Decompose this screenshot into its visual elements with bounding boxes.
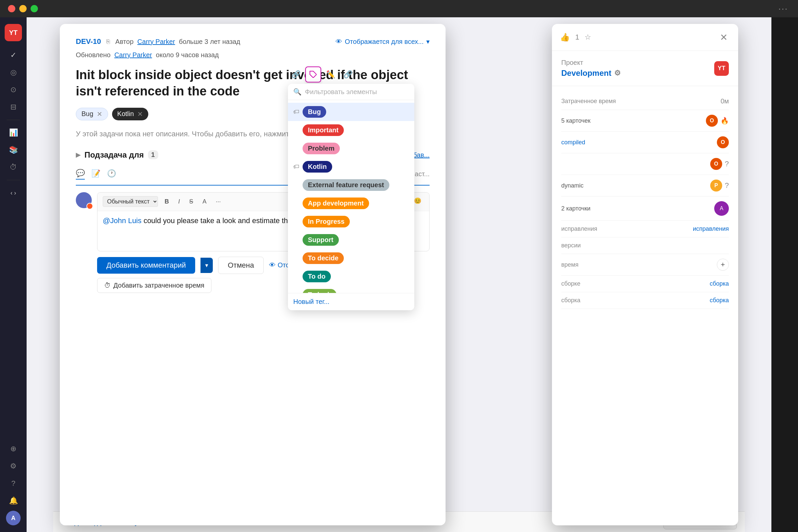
- mac-more-icon[interactable]: ···: [778, 3, 788, 14]
- tag-kotlin-label: Kotlin: [117, 110, 134, 118]
- tag-pill-support: Support: [303, 234, 339, 246]
- bold-btn[interactable]: B: [162, 197, 172, 207]
- more-toolbar-btn[interactable]: ···: [357, 70, 363, 79]
- mac-close-dot[interactable]: [8, 5, 15, 12]
- logo-initials: YT: [9, 29, 18, 37]
- tag-dropdown: 🔍 🏷 Bug 🏷 Important 🏷 Problem 🏷 Kotlin 🏷: [288, 84, 414, 310]
- build-label-2: сборка: [561, 297, 581, 304]
- mac-maximize-dot[interactable]: [31, 5, 38, 12]
- avatar-o-3: O: [710, 158, 722, 170]
- tag-item-bug[interactable]: 🏷 Bug: [288, 103, 414, 121]
- project-name[interactable]: Development ⚙: [561, 69, 621, 78]
- close-panel-btn[interactable]: ✕: [717, 31, 730, 44]
- main-area: Владелец доски: Carry Parker Новый свимл…: [26, 17, 772, 532]
- avatar-o-1: O: [706, 115, 718, 127]
- star-count[interactable]: ☆: [585, 33, 591, 41]
- board-row-value-dynamic: P ?: [710, 179, 729, 191]
- issue-author-label: Автор Carry Parker больше 3 лет назад: [115, 38, 241, 45]
- tag-pill-todecide: To decide: [303, 252, 344, 264]
- sidebar-user-avatar[interactable]: A: [6, 511, 21, 525]
- tag-item-tolook[interactable]: 🏷 To look: [288, 286, 414, 293]
- compiled-label: compiled: [561, 139, 585, 146]
- sidebar-help-icon[interactable]: ?: [6, 476, 21, 491]
- sidebar-icon-chart[interactable]: 📊: [6, 125, 21, 140]
- sidebar-icon-expand[interactable]: ‹ ›: [6, 186, 21, 200]
- sidebar-add-icon[interactable]: ⊕: [6, 441, 21, 456]
- edit-toolbar-btn[interactable]: ✏️: [323, 66, 339, 82]
- add-comment-dropdown[interactable]: ▾: [201, 258, 213, 273]
- tab-comment[interactable]: 💬: [76, 169, 85, 179]
- sidebar-divider-2: [7, 180, 20, 180]
- issue-toolbar: 🔗 ✏️ 🔗 ···: [288, 66, 363, 82]
- tag-item-kotlin[interactable]: 🏷 Kotlin: [288, 158, 414, 176]
- tag-search-input[interactable]: [305, 88, 409, 96]
- more-editor-btn[interactable]: ···: [213, 197, 224, 207]
- sidebar-bell-icon[interactable]: 🔔: [6, 493, 21, 508]
- sidebar-icon-check[interactable]: ✓: [6, 48, 21, 62]
- cancel-button[interactable]: Отмена: [218, 257, 264, 274]
- tab-history[interactable]: 🕐: [107, 169, 116, 179]
- timer-icon: ⏱: [104, 282, 111, 289]
- mac-minimize-dot[interactable]: [19, 5, 26, 12]
- issue-updated-row: Обновлено Carry Parker около 9 часов наз…: [76, 51, 430, 59]
- avatar-purple: A: [714, 201, 729, 216]
- app-logo: YT: [5, 24, 22, 41]
- sidebar-icon-circle[interactable]: ◎: [6, 65, 21, 80]
- tag-item-external[interactable]: 🏷 External feature request: [288, 176, 414, 194]
- tag-item-todecide[interactable]: 🏷 To decide: [288, 249, 414, 267]
- new-tag-link[interactable]: Новый тег...: [288, 293, 414, 310]
- tag-pill-important: Important: [303, 125, 344, 136]
- tag-item-todo[interactable]: 🏷 To do: [288, 267, 414, 286]
- add-time-circle-btn[interactable]: +: [717, 259, 729, 271]
- board-row-value-cards2: A: [714, 201, 729, 216]
- tag-item-problem[interactable]: 🏷 Problem: [288, 139, 414, 158]
- subtask-count: 1: [148, 150, 158, 159]
- attach-toolbar-btn[interactable]: 🔗: [340, 66, 356, 82]
- project-settings-icon[interactable]: ⚙: [614, 69, 621, 77]
- thumbs-up-btn[interactable]: 👍: [560, 33, 570, 42]
- issue-copy-icon[interactable]: ⎘: [107, 38, 110, 45]
- like-count: 1: [575, 33, 579, 41]
- add-time-button[interactable]: ⏱ Добавить затраченное время: [97, 278, 211, 293]
- link-toolbar-btn[interactable]: 🔗: [288, 66, 304, 82]
- tag-kotlin-remove[interactable]: ✕: [137, 110, 143, 118]
- italic-btn[interactable]: I: [175, 197, 183, 207]
- tag-price-icon-bug: 🏷: [293, 108, 299, 115]
- tag-search-row: 🔍: [288, 84, 414, 100]
- board-row-value-1: O 🔥: [706, 115, 729, 127]
- tag-item-appdev[interactable]: 🏷 App development: [288, 194, 414, 212]
- updated-by-link[interactable]: Carry Parker: [114, 51, 152, 58]
- tag-toolbar-btn[interactable]: [305, 66, 321, 82]
- add-time-label: Добавить затраченное время: [113, 282, 205, 289]
- add-comment-button[interactable]: Добавить комментарий: [97, 257, 195, 274]
- chevron-right-icon[interactable]: ▶: [76, 151, 80, 158]
- tag-bug-remove[interactable]: ✕: [97, 110, 102, 118]
- board-row-time: Затраченное время 0м: [561, 93, 729, 110]
- right-side-panel: 👍 1 ☆ ✕ Проект Development ⚙ YT Затрачен…: [552, 24, 738, 525]
- sidebar-icon-grid[interactable]: ⊟: [6, 100, 21, 114]
- time-value: 0м: [721, 97, 729, 105]
- sidebar-settings-icon[interactable]: ⚙: [6, 459, 21, 474]
- project-name-text: Development: [561, 69, 611, 78]
- build-link-1[interactable]: сборка: [709, 280, 729, 287]
- eye-small-icon: 👁: [269, 261, 276, 269]
- font-btn[interactable]: A: [200, 197, 209, 207]
- build-link-2[interactable]: сборка: [709, 297, 729, 304]
- sidebar-icon-timer[interactable]: ⏱: [6, 160, 21, 174]
- fix-link[interactable]: исправления: [693, 225, 729, 232]
- issue-visibility[interactable]: 👁 Отображается для всех... ▾: [336, 38, 430, 45]
- sidebar-icon-dot[interactable]: ⊙: [6, 82, 21, 97]
- sidebar-icon-book[interactable]: 📚: [6, 142, 21, 157]
- board-row-fix: исправления исправления: [561, 221, 729, 238]
- text-style-select[interactable]: Обычный текст: [103, 196, 158, 207]
- tag-item-support[interactable]: 🏷 Support: [288, 231, 414, 249]
- author-link[interactable]: Carry Parker: [137, 38, 175, 45]
- tab-note[interactable]: 📝: [92, 169, 100, 179]
- board-row-3: O ?: [561, 153, 729, 175]
- avatar-badge: [87, 203, 93, 209]
- tag-item-important[interactable]: 🏷 Important: [288, 121, 414, 139]
- tag-item-inprogress[interactable]: 🏷 In Progress: [288, 212, 414, 231]
- strikethrough-btn[interactable]: S: [187, 197, 196, 207]
- subtask-title: ▶ Подзадача для 1: [76, 150, 158, 159]
- tag-pill-kotlin: Kotlin: [303, 161, 332, 173]
